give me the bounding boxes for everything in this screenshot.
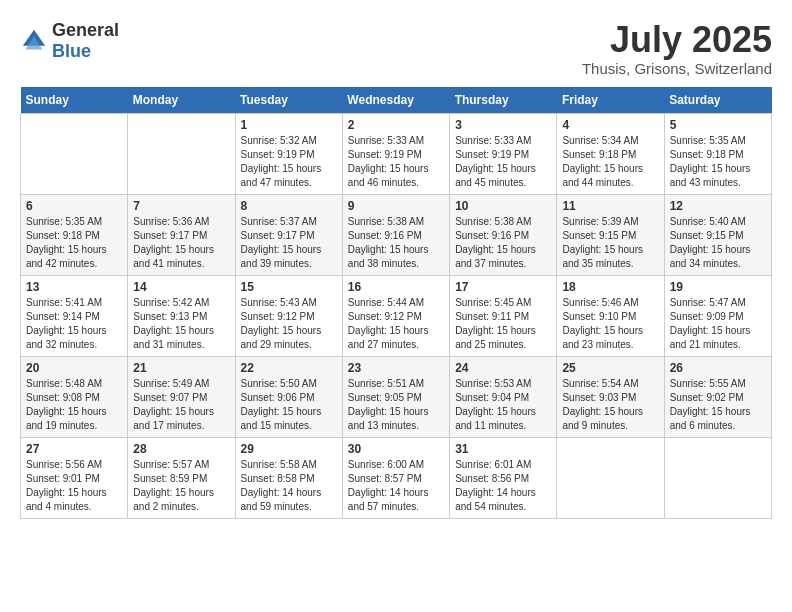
weekday-header-tuesday: Tuesday: [235, 87, 342, 114]
calendar-cell: 28Sunrise: 5:57 AMSunset: 8:59 PMDayligh…: [128, 437, 235, 518]
day-number: 16: [348, 280, 444, 294]
day-number: 6: [26, 199, 122, 213]
calendar-cell: 5Sunrise: 5:35 AMSunset: 9:18 PMDaylight…: [664, 113, 771, 194]
weekday-header-saturday: Saturday: [664, 87, 771, 114]
calendar-cell: 29Sunrise: 5:58 AMSunset: 8:58 PMDayligh…: [235, 437, 342, 518]
calendar-cell: 11Sunrise: 5:39 AMSunset: 9:15 PMDayligh…: [557, 194, 664, 275]
calendar-cell: 18Sunrise: 5:46 AMSunset: 9:10 PMDayligh…: [557, 275, 664, 356]
calendar-cell: 15Sunrise: 5:43 AMSunset: 9:12 PMDayligh…: [235, 275, 342, 356]
day-detail: Sunrise: 5:50 AMSunset: 9:06 PMDaylight:…: [241, 377, 337, 433]
day-detail: Sunrise: 5:51 AMSunset: 9:05 PMDaylight:…: [348, 377, 444, 433]
week-row-3: 13Sunrise: 5:41 AMSunset: 9:14 PMDayligh…: [21, 275, 772, 356]
calendar-cell: 13Sunrise: 5:41 AMSunset: 9:14 PMDayligh…: [21, 275, 128, 356]
day-number: 10: [455, 199, 551, 213]
calendar-cell: 14Sunrise: 5:42 AMSunset: 9:13 PMDayligh…: [128, 275, 235, 356]
calendar-cell: [128, 113, 235, 194]
calendar-cell: 20Sunrise: 5:48 AMSunset: 9:08 PMDayligh…: [21, 356, 128, 437]
day-detail: Sunrise: 5:43 AMSunset: 9:12 PMDaylight:…: [241, 296, 337, 352]
day-number: 5: [670, 118, 766, 132]
day-number: 26: [670, 361, 766, 375]
day-detail: Sunrise: 6:00 AMSunset: 8:57 PMDaylight:…: [348, 458, 444, 514]
week-row-2: 6Sunrise: 5:35 AMSunset: 9:18 PMDaylight…: [21, 194, 772, 275]
day-number: 13: [26, 280, 122, 294]
logo-general: General: [52, 20, 119, 40]
week-row-5: 27Sunrise: 5:56 AMSunset: 9:01 PMDayligh…: [21, 437, 772, 518]
day-detail: Sunrise: 5:37 AMSunset: 9:17 PMDaylight:…: [241, 215, 337, 271]
calendar-cell: 31Sunrise: 6:01 AMSunset: 8:56 PMDayligh…: [450, 437, 557, 518]
day-number: 18: [562, 280, 658, 294]
logo: General Blue: [20, 20, 119, 62]
calendar-cell: 25Sunrise: 5:54 AMSunset: 9:03 PMDayligh…: [557, 356, 664, 437]
calendar-cell: 3Sunrise: 5:33 AMSunset: 9:19 PMDaylight…: [450, 113, 557, 194]
day-number: 31: [455, 442, 551, 456]
logo-text: General Blue: [52, 20, 119, 62]
day-number: 4: [562, 118, 658, 132]
day-number: 29: [241, 442, 337, 456]
calendar-cell: 23Sunrise: 5:51 AMSunset: 9:05 PMDayligh…: [342, 356, 449, 437]
day-detail: Sunrise: 5:45 AMSunset: 9:11 PMDaylight:…: [455, 296, 551, 352]
day-number: 3: [455, 118, 551, 132]
day-number: 8: [241, 199, 337, 213]
day-detail: Sunrise: 5:58 AMSunset: 8:58 PMDaylight:…: [241, 458, 337, 514]
day-number: 7: [133, 199, 229, 213]
calendar-cell: [664, 437, 771, 518]
day-detail: Sunrise: 5:46 AMSunset: 9:10 PMDaylight:…: [562, 296, 658, 352]
day-detail: Sunrise: 5:33 AMSunset: 9:19 PMDaylight:…: [348, 134, 444, 190]
day-detail: Sunrise: 5:39 AMSunset: 9:15 PMDaylight:…: [562, 215, 658, 271]
day-number: 9: [348, 199, 444, 213]
day-number: 25: [562, 361, 658, 375]
month-title: July 2025: [582, 20, 772, 60]
day-detail: Sunrise: 5:34 AMSunset: 9:18 PMDaylight:…: [562, 134, 658, 190]
logo-blue: Blue: [52, 41, 91, 61]
calendar-cell: 4Sunrise: 5:34 AMSunset: 9:18 PMDaylight…: [557, 113, 664, 194]
day-detail: Sunrise: 5:35 AMSunset: 9:18 PMDaylight:…: [670, 134, 766, 190]
day-number: 2: [348, 118, 444, 132]
day-number: 1: [241, 118, 337, 132]
day-detail: Sunrise: 5:33 AMSunset: 9:19 PMDaylight:…: [455, 134, 551, 190]
calendar-cell: 17Sunrise: 5:45 AMSunset: 9:11 PMDayligh…: [450, 275, 557, 356]
calendar-cell: 9Sunrise: 5:38 AMSunset: 9:16 PMDaylight…: [342, 194, 449, 275]
logo-icon: [20, 27, 48, 55]
day-number: 17: [455, 280, 551, 294]
weekday-header-sunday: Sunday: [21, 87, 128, 114]
calendar-cell: 10Sunrise: 5:38 AMSunset: 9:16 PMDayligh…: [450, 194, 557, 275]
week-row-1: 1Sunrise: 5:32 AMSunset: 9:19 PMDaylight…: [21, 113, 772, 194]
calendar-cell: 19Sunrise: 5:47 AMSunset: 9:09 PMDayligh…: [664, 275, 771, 356]
calendar-cell: 26Sunrise: 5:55 AMSunset: 9:02 PMDayligh…: [664, 356, 771, 437]
day-number: 28: [133, 442, 229, 456]
calendar-cell: 2Sunrise: 5:33 AMSunset: 9:19 PMDaylight…: [342, 113, 449, 194]
day-detail: Sunrise: 5:41 AMSunset: 9:14 PMDaylight:…: [26, 296, 122, 352]
day-detail: Sunrise: 5:55 AMSunset: 9:02 PMDaylight:…: [670, 377, 766, 433]
weekday-header-monday: Monday: [128, 87, 235, 114]
day-detail: Sunrise: 5:35 AMSunset: 9:18 PMDaylight:…: [26, 215, 122, 271]
day-detail: Sunrise: 5:48 AMSunset: 9:08 PMDaylight:…: [26, 377, 122, 433]
day-number: 30: [348, 442, 444, 456]
day-detail: Sunrise: 5:40 AMSunset: 9:15 PMDaylight:…: [670, 215, 766, 271]
day-detail: Sunrise: 5:38 AMSunset: 9:16 PMDaylight:…: [455, 215, 551, 271]
day-number: 12: [670, 199, 766, 213]
calendar-cell: 12Sunrise: 5:40 AMSunset: 9:15 PMDayligh…: [664, 194, 771, 275]
day-number: 24: [455, 361, 551, 375]
calendar-cell: 7Sunrise: 5:36 AMSunset: 9:17 PMDaylight…: [128, 194, 235, 275]
calendar-cell: 21Sunrise: 5:49 AMSunset: 9:07 PMDayligh…: [128, 356, 235, 437]
day-detail: Sunrise: 5:54 AMSunset: 9:03 PMDaylight:…: [562, 377, 658, 433]
day-detail: Sunrise: 5:57 AMSunset: 8:59 PMDaylight:…: [133, 458, 229, 514]
day-number: 27: [26, 442, 122, 456]
day-number: 14: [133, 280, 229, 294]
weekday-header-wednesday: Wednesday: [342, 87, 449, 114]
day-number: 20: [26, 361, 122, 375]
day-detail: Sunrise: 5:36 AMSunset: 9:17 PMDaylight:…: [133, 215, 229, 271]
day-detail: Sunrise: 5:49 AMSunset: 9:07 PMDaylight:…: [133, 377, 229, 433]
calendar-cell: 6Sunrise: 5:35 AMSunset: 9:18 PMDaylight…: [21, 194, 128, 275]
day-detail: Sunrise: 5:42 AMSunset: 9:13 PMDaylight:…: [133, 296, 229, 352]
title-block: July 2025 Thusis, Grisons, Switzerland: [582, 20, 772, 77]
day-detail: Sunrise: 5:38 AMSunset: 9:16 PMDaylight:…: [348, 215, 444, 271]
weekday-header-friday: Friday: [557, 87, 664, 114]
calendar-cell: [21, 113, 128, 194]
day-number: 15: [241, 280, 337, 294]
weekday-header-row: SundayMondayTuesdayWednesdayThursdayFrid…: [21, 87, 772, 114]
calendar-cell: 16Sunrise: 5:44 AMSunset: 9:12 PMDayligh…: [342, 275, 449, 356]
day-detail: Sunrise: 5:32 AMSunset: 9:19 PMDaylight:…: [241, 134, 337, 190]
day-number: 21: [133, 361, 229, 375]
day-detail: Sunrise: 5:44 AMSunset: 9:12 PMDaylight:…: [348, 296, 444, 352]
